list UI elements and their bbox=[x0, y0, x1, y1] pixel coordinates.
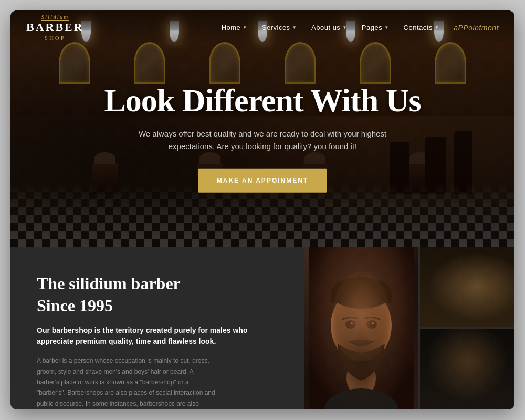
hero-section: Silidium BARBER SHOP Home ▼ Services ▼ bbox=[10, 10, 514, 247]
svg-point-15 bbox=[447, 280, 488, 317]
nav-links: Home ▼ Services ▼ About us ▼ bbox=[222, 24, 499, 32]
svg-rect-13 bbox=[426, 247, 509, 327]
browser-frame: Silidium BARBER SHOP Home ▼ Services ▼ bbox=[10, 10, 514, 410]
svg-rect-16 bbox=[450, 278, 459, 303]
nav-link-about[interactable]: About us ▼ bbox=[311, 24, 347, 32]
nav-item-home[interactable]: Home ▼ bbox=[222, 24, 247, 32]
about-intro-text: Our barbershop is the territory created … bbox=[37, 325, 278, 347]
nav-label-pages: Pages bbox=[362, 24, 382, 32]
logo-top-text: Silidium bbox=[41, 14, 69, 21]
scissors-svg bbox=[420, 329, 514, 410]
nav-link-pages[interactable]: Pages ▼ bbox=[362, 24, 389, 32]
svg-point-27 bbox=[469, 380, 477, 388]
svg-point-4 bbox=[331, 289, 392, 362]
nav-item-appointment[interactable]: aPPointment bbox=[454, 24, 499, 32]
svg-rect-0 bbox=[309, 247, 414, 410]
hand-svg bbox=[420, 247, 514, 327]
svg-point-8 bbox=[348, 321, 354, 328]
logo-sub-text: SHOP bbox=[45, 34, 66, 41]
svg-point-9 bbox=[351, 322, 353, 324]
dropdown-arrow-icon: ▼ bbox=[243, 25, 247, 30]
dropdown-arrow-icon: ▼ bbox=[342, 25, 346, 30]
dropdown-arrow-icon: ▼ bbox=[292, 25, 297, 30]
svg-point-5 bbox=[331, 277, 392, 309]
svg-rect-18 bbox=[471, 272, 480, 301]
portrait-svg bbox=[304, 247, 418, 410]
svg-rect-25 bbox=[426, 329, 509, 410]
svg-point-2 bbox=[346, 360, 376, 396]
svg-point-29 bbox=[475, 387, 491, 403]
nav-item-services[interactable]: Services ▼ bbox=[262, 24, 297, 32]
logo-main-text: BARBER bbox=[26, 21, 84, 34]
hero-title: Look Different With Us bbox=[74, 82, 452, 118]
svg-point-10 bbox=[366, 320, 377, 329]
nav-item-contacts[interactable]: Contacts ▼ bbox=[404, 24, 439, 32]
nav-link-appointment[interactable]: aPPointment bbox=[454, 24, 499, 32]
dropdown-arrow-icon: ▼ bbox=[435, 25, 439, 30]
about-side-images bbox=[420, 247, 514, 410]
svg-rect-22 bbox=[464, 254, 478, 289]
svg-point-3 bbox=[324, 388, 398, 410]
nav-item-pages[interactable]: Pages ▼ bbox=[362, 24, 389, 32]
svg-point-12 bbox=[372, 322, 374, 324]
hero-cta-button[interactable]: MAKE AN APPOINMENT bbox=[198, 169, 327, 193]
svg-point-28 bbox=[467, 387, 482, 403]
svg-rect-17 bbox=[461, 271, 469, 301]
about-images bbox=[304, 247, 514, 410]
svg-rect-14 bbox=[426, 247, 509, 327]
svg-point-23 bbox=[474, 281, 486, 293]
nav-link-contacts[interactable]: Contacts ▼ bbox=[404, 24, 439, 32]
svg-rect-19 bbox=[482, 279, 490, 302]
svg-rect-6 bbox=[331, 293, 392, 303]
svg-rect-1 bbox=[309, 247, 414, 410]
about-hand-image bbox=[420, 247, 514, 327]
navbar: Silidium BARBER SHOP Home ▼ Services ▼ bbox=[10, 10, 514, 45]
nav-link-services[interactable]: Services ▼ bbox=[262, 24, 297, 32]
svg-rect-26 bbox=[426, 329, 509, 410]
about-left-content: The silidium barberSince 1995 Our barber… bbox=[10, 247, 304, 410]
nav-label-about: About us bbox=[311, 24, 340, 32]
nav-link-home[interactable]: Home ▼ bbox=[222, 24, 247, 32]
hero-content: Look Different With Us We always offer b… bbox=[74, 82, 452, 193]
svg-point-20 bbox=[439, 293, 457, 309]
about-portrait-image bbox=[304, 247, 418, 410]
nav-label-home: Home bbox=[222, 24, 241, 32]
svg-point-7 bbox=[345, 320, 356, 329]
hero-subtitle: We always offer best quality and we are … bbox=[126, 128, 399, 153]
svg-point-24 bbox=[478, 279, 489, 291]
nav-item-about[interactable]: About us ▼ bbox=[311, 24, 347, 32]
svg-point-11 bbox=[369, 321, 375, 328]
nav-label-appointment: aPPointment bbox=[454, 24, 499, 32]
about-title: The silidium barberSince 1995 bbox=[37, 273, 278, 317]
about-scissors-image bbox=[420, 329, 514, 410]
logo[interactable]: Silidium BARBER SHOP bbox=[26, 14, 84, 41]
about-section: The silidium barberSince 1995 Our barber… bbox=[10, 247, 514, 410]
about-body-text: A barber is a person whose occupation is… bbox=[37, 355, 215, 410]
nav-label-services: Services bbox=[262, 24, 290, 32]
nav-label-contacts: Contacts bbox=[404, 24, 433, 32]
dropdown-arrow-icon: ▼ bbox=[384, 25, 388, 30]
svg-rect-21 bbox=[455, 259, 480, 288]
